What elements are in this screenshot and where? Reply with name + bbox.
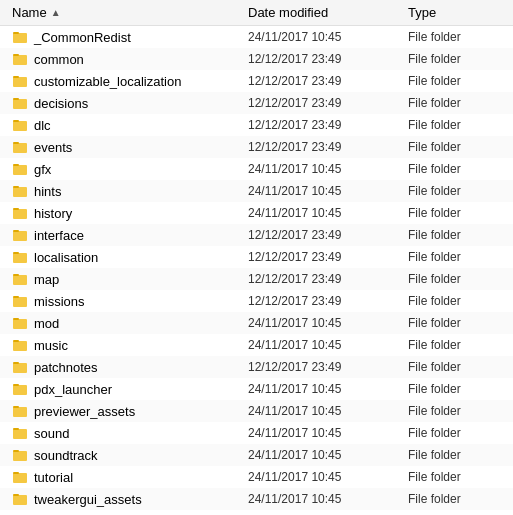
svg-rect-24 — [13, 297, 27, 307]
cell-name: localisation — [4, 249, 244, 265]
svg-rect-35 — [13, 406, 19, 408]
table-row[interactable]: tweakergui_assets24/11/2017 10:45File fo… — [0, 488, 513, 510]
folder-icon — [12, 249, 28, 265]
cell-name: decisions — [4, 95, 244, 111]
cell-type: File folder — [404, 30, 504, 44]
table-row[interactable]: dlc12/12/2017 23:49File folder — [0, 114, 513, 136]
cell-date: 24/11/2017 10:45 — [244, 470, 404, 484]
cell-type: File folder — [404, 404, 504, 418]
folder-name: previewer_assets — [34, 404, 135, 419]
svg-rect-22 — [13, 275, 27, 285]
table-row[interactable]: soundtrack24/11/2017 10:45File folder — [0, 444, 513, 466]
cell-name: events — [4, 139, 244, 155]
svg-rect-13 — [13, 164, 19, 166]
date-column-header[interactable]: Date modified — [244, 5, 404, 20]
cell-type: File folder — [404, 74, 504, 88]
svg-rect-32 — [13, 385, 27, 395]
svg-rect-8 — [13, 121, 27, 131]
table-row[interactable]: interface12/12/2017 23:49File folder — [0, 224, 513, 246]
table-row[interactable]: music24/11/2017 10:45File folder — [0, 334, 513, 356]
folder-name: interface — [34, 228, 84, 243]
svg-rect-34 — [13, 407, 27, 417]
svg-rect-38 — [13, 451, 27, 461]
folder-icon — [12, 381, 28, 397]
folder-icon — [12, 29, 28, 45]
table-row[interactable]: sound24/11/2017 10:45File folder — [0, 422, 513, 444]
folder-name: mod — [34, 316, 59, 331]
table-row[interactable]: decisions12/12/2017 23:49File folder — [0, 92, 513, 114]
cell-name: common — [4, 51, 244, 67]
cell-type: File folder — [404, 184, 504, 198]
svg-rect-42 — [13, 495, 27, 505]
cell-name: soundtrack — [4, 447, 244, 463]
folder-name: soundtrack — [34, 448, 98, 463]
folder-name: tweakergui_assets — [34, 492, 142, 507]
cell-name: dlc — [4, 117, 244, 133]
rows-container: _CommonRedist24/11/2017 10:45File folder… — [0, 26, 513, 510]
cell-date: 24/11/2017 10:45 — [244, 404, 404, 418]
table-row[interactable]: customizable_localization12/12/2017 23:4… — [0, 70, 513, 92]
table-row[interactable]: gfx24/11/2017 10:45File folder — [0, 158, 513, 180]
folder-icon — [12, 359, 28, 375]
svg-rect-12 — [13, 165, 27, 175]
folder-name: gfx — [34, 162, 51, 177]
cell-date: 24/11/2017 10:45 — [244, 162, 404, 176]
folder-icon — [12, 227, 28, 243]
folder-name: missions — [34, 294, 85, 309]
cell-name: patchnotes — [4, 359, 244, 375]
cell-type: File folder — [404, 206, 504, 220]
folder-name: customizable_localization — [34, 74, 181, 89]
table-row[interactable]: localisation12/12/2017 23:49File folder — [0, 246, 513, 268]
cell-date: 12/12/2017 23:49 — [244, 228, 404, 242]
table-row[interactable]: history24/11/2017 10:45File folder — [0, 202, 513, 224]
folder-icon — [12, 403, 28, 419]
cell-name: tweakergui_assets — [4, 491, 244, 507]
cell-name: _CommonRedist — [4, 29, 244, 45]
table-row[interactable]: common12/12/2017 23:49File folder — [0, 48, 513, 70]
cell-type: File folder — [404, 426, 504, 440]
table-row[interactable]: mod24/11/2017 10:45File folder — [0, 312, 513, 334]
svg-rect-17 — [13, 208, 19, 210]
folder-name: history — [34, 206, 72, 221]
svg-rect-37 — [13, 428, 19, 430]
svg-rect-7 — [13, 98, 19, 100]
name-header-label: Name — [12, 5, 47, 20]
column-headers: Name ▲ Date modified Type — [0, 0, 513, 26]
cell-date: 24/11/2017 10:45 — [244, 338, 404, 352]
folder-icon — [12, 293, 28, 309]
folder-icon — [12, 337, 28, 353]
cell-name: history — [4, 205, 244, 221]
table-row[interactable]: tutorial24/11/2017 10:45File folder — [0, 466, 513, 488]
table-row[interactable]: hints24/11/2017 10:45File folder — [0, 180, 513, 202]
cell-type: File folder — [404, 338, 504, 352]
cell-type: File folder — [404, 250, 504, 264]
svg-rect-19 — [13, 230, 19, 232]
table-row[interactable]: _CommonRedist24/11/2017 10:45File folder — [0, 26, 513, 48]
table-row[interactable]: missions12/12/2017 23:49File folder — [0, 290, 513, 312]
svg-rect-39 — [13, 450, 19, 452]
svg-rect-21 — [13, 252, 19, 254]
cell-type: File folder — [404, 162, 504, 176]
table-row[interactable]: pdx_launcher24/11/2017 10:45File folder — [0, 378, 513, 400]
file-explorer[interactable]: Name ▲ Date modified Type _CommonRedist2… — [0, 0, 513, 515]
folder-icon — [12, 51, 28, 67]
cell-name: gfx — [4, 161, 244, 177]
svg-rect-15 — [13, 186, 19, 188]
table-row[interactable]: previewer_assets24/11/2017 10:45File fol… — [0, 400, 513, 422]
type-column-header[interactable]: Type — [404, 5, 504, 20]
table-row[interactable]: map12/12/2017 23:49File folder — [0, 268, 513, 290]
cell-date: 12/12/2017 23:49 — [244, 360, 404, 374]
svg-rect-26 — [13, 319, 27, 329]
table-row[interactable]: patchnotes12/12/2017 23:49File folder — [0, 356, 513, 378]
svg-rect-43 — [13, 494, 19, 496]
table-row[interactable]: events12/12/2017 23:49File folder — [0, 136, 513, 158]
svg-rect-4 — [13, 77, 27, 87]
cell-date: 12/12/2017 23:49 — [244, 140, 404, 154]
folder-name: hints — [34, 184, 61, 199]
folder-icon — [12, 469, 28, 485]
cell-date: 24/11/2017 10:45 — [244, 448, 404, 462]
name-column-header[interactable]: Name ▲ — [4, 5, 244, 20]
cell-date: 24/11/2017 10:45 — [244, 184, 404, 198]
folder-icon — [12, 447, 28, 463]
svg-rect-0 — [13, 33, 27, 43]
